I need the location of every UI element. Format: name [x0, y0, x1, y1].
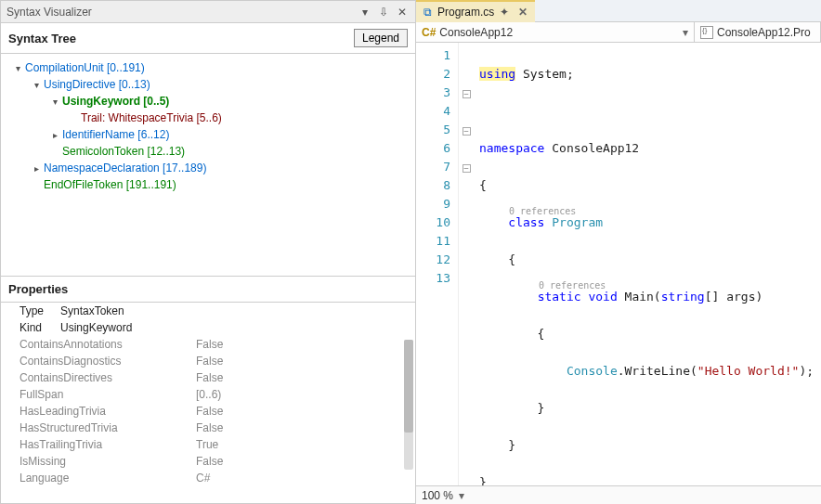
nav-project-selector[interactable]: C# ConsoleApp12 ▾ [416, 22, 695, 43]
property-value: UsingKeyword [60, 321, 132, 334]
line-number: 9 [420, 195, 450, 213]
properties-body: TypeSyntaxTokenKindUsingKeyword Contains… [1, 303, 415, 503]
tree-node-label: CompilationUnit [0..191) [25, 61, 145, 74]
tree-node-label: IdentifierName [6..12) [62, 128, 169, 141]
property-key: ContainsDiagnostics [20, 355, 196, 368]
tab-pin-icon[interactable]: ✦ [500, 6, 509, 19]
property-row: IsMissingFalse [1, 453, 415, 470]
property-row: HasStructuredTriviaFalse [1, 420, 415, 436]
fold-toggle-icon[interactable]: − [463, 127, 471, 136]
line-number: 6 [420, 139, 450, 158]
property-value: False [196, 405, 223, 418]
property-value: False [196, 338, 223, 351]
line-number: 1 [420, 46, 450, 65]
tree-expander-icon[interactable]: ▸ [49, 129, 60, 140]
property-row: HasTrailingTriviaTrue [1, 436, 415, 453]
tab-label: Program.cs [437, 6, 494, 19]
chevron-down-icon[interactable]: ▾ [459, 489, 464, 502]
tree-expander-icon [68, 112, 79, 123]
editor-tabs: ⧉ Program.cs ✦ ✕ [416, 0, 821, 22]
tree-expander-icon[interactable]: ▸ [31, 162, 42, 174]
property-key: FullSpan [20, 388, 196, 401]
tree-node-label: NamespaceDeclaration [17..189) [44, 162, 206, 174]
fold-toggle-icon[interactable]: − [463, 90, 471, 98]
dropdown-icon[interactable]: ▾ [358, 5, 372, 19]
property-row: HasLeadingTriviaFalse [1, 403, 415, 420]
property-value: [0..6) [196, 388, 221, 401]
line-number: 10 [420, 213, 450, 232]
property-row: FullSpan[0..6) [1, 386, 415, 403]
tree-node-label: UsingKeyword [0..5) [62, 95, 169, 108]
panel-titlebar: Syntax Visualizer ▾ ⇩ ✕ [1, 1, 415, 23]
line-number: 5 [420, 121, 450, 139]
property-row: ContainsDiagnosticsFalse [1, 353, 415, 369]
tree-expander-icon[interactable]: ▾ [12, 62, 23, 73]
property-key: ContainsAnnotations [20, 338, 196, 351]
line-number: 7 [420, 158, 450, 176]
line-number: 4 [420, 102, 450, 121]
property-value: False [196, 421, 223, 434]
syntax-tree-header: Syntax Tree Legend [1, 23, 415, 54]
tree-node-compilationunit[interactable]: ▾CompilationUnit [0..191) [5, 59, 411, 76]
property-row: TypeSyntaxToken [1, 303, 415, 319]
property-key: IsMissing [20, 455, 196, 468]
property-value: True [196, 438, 218, 451]
line-number: 3 [420, 84, 450, 102]
property-key: HasLeadingTrivia [20, 405, 196, 418]
properties-scrollbar-thumb[interactable] [404, 340, 413, 433]
code-editor[interactable]: 12345678910111213 − − − using System; na… [416, 43, 821, 485]
tree-node-endoffiletoken[interactable]: EndOfFileToken [191..191) [5, 176, 411, 193]
tree-node-label: UsingDirective [0..13) [44, 78, 150, 91]
property-row: LanguageC# [1, 470, 415, 486]
zoom-level[interactable]: 100 % [422, 489, 453, 502]
csharp-project-icon: C# [422, 26, 436, 39]
fold-toggle-icon[interactable]: − [463, 164, 471, 173]
tree-node-label: SemicolonToken [12..13) [62, 145, 185, 158]
tree-expander-icon [31, 179, 42, 190]
line-number: 2 [420, 65, 450, 84]
tree-node-semicolontoken[interactable]: SemicolonToken [12..13) [5, 143, 411, 160]
properties-header: Properties [1, 277, 415, 303]
property-key: ContainsDirectives [20, 371, 196, 384]
line-number: 11 [420, 232, 450, 251]
codelens-references[interactable]: 0 references [509, 202, 576, 221]
tree-expander-icon[interactable]: ▾ [49, 96, 60, 107]
tree-node-label: Trail: WhitespaceTrivia [5..6) [81, 111, 222, 124]
property-key: HasStructuredTrivia [20, 421, 196, 434]
property-key: Kind [20, 321, 60, 334]
property-key: Language [20, 472, 196, 485]
codelens-references[interactable]: 0 references [539, 277, 606, 295]
tree-node-trail-whitespacetrivia[interactable]: Trail: WhitespaceTrivia [5..6) [5, 110, 411, 126]
chevron-down-icon: ▾ [683, 26, 688, 39]
property-value: False [196, 355, 223, 368]
property-value: C# [196, 472, 210, 485]
nav-scope-selector[interactable]: ConsoleApp12.Pro [695, 22, 821, 43]
tab-program-cs[interactable]: ⧉ Program.cs ✦ ✕ [416, 0, 535, 22]
property-row: KindUsingKeyword [1, 319, 415, 336]
syntax-tree[interactable]: ▾CompilationUnit [0..191)▾UsingDirective… [1, 54, 415, 277]
editor-panel: ⧉ Program.cs ✦ ✕ C# ConsoleApp12 ▾ Conso… [416, 0, 821, 504]
properties-scrollbar[interactable] [404, 340, 413, 470]
tree-node-usingkeyword[interactable]: ▾UsingKeyword [0..5) [5, 93, 411, 110]
code-area[interactable]: using System; namespace ConsoleApp12 { 0… [474, 43, 821, 485]
legend-button[interactable]: Legend [354, 29, 408, 47]
tree-expander-icon[interactable]: ▾ [31, 79, 42, 90]
syntax-tree-label: Syntax Tree [8, 32, 354, 45]
property-value: False [196, 455, 223, 468]
line-number: 8 [420, 176, 450, 195]
property-row: ContainsAnnotationsFalse [1, 336, 415, 353]
tree-node-namespacedeclaration[interactable]: ▸NamespaceDeclaration [17..189) [5, 160, 411, 176]
close-icon[interactable]: ✕ [395, 5, 410, 19]
fold-column: − − − [459, 43, 474, 485]
tree-node-identifiername[interactable]: ▸IdentifierName [6..12) [5, 126, 411, 143]
pin-icon[interactable]: ⇩ [376, 5, 391, 19]
property-value: SyntaxToken [60, 304, 124, 317]
nav-scope-label: ConsoleApp12.Pro [717, 26, 811, 39]
tab-close-icon[interactable]: ✕ [518, 6, 528, 19]
file-icon: ⧉ [424, 6, 432, 19]
property-key: HasTrailingTrivia [20, 438, 196, 451]
namespace-icon [700, 26, 713, 39]
tree-node-usingdirective[interactable]: ▾UsingDirective [0..13) [5, 76, 411, 93]
line-number-gutter: 12345678910111213 [416, 43, 459, 485]
navigation-bar: C# ConsoleApp12 ▾ ConsoleApp12.Pro [416, 22, 821, 43]
